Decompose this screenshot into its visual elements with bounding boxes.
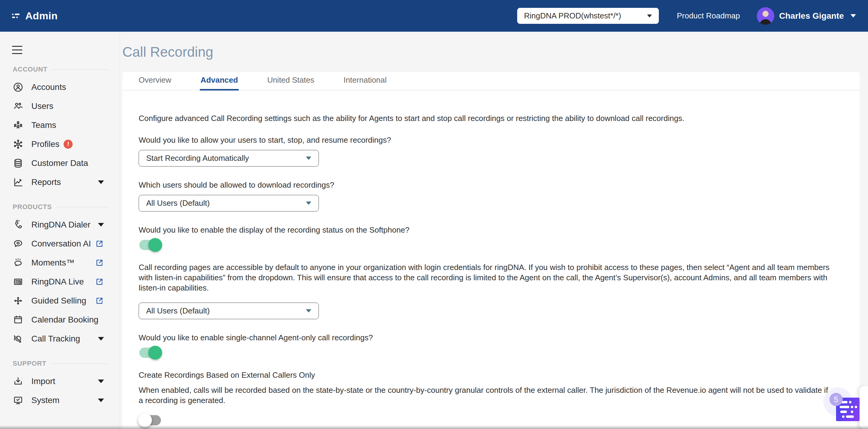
live-icon <box>13 276 24 287</box>
tab-international[interactable]: International <box>343 73 387 90</box>
page-title: Call Recording <box>122 44 213 60</box>
sidebar-item-label: Accounts <box>31 82 66 92</box>
sidebar-item-label: Profiles <box>31 139 59 149</box>
sidebar-section-products: PRODUCTSRingDNA DialerConversation AIMom… <box>0 203 120 348</box>
sidebar-item-profiles[interactable]: Profiles! <box>0 135 120 153</box>
sidebar-section-header: ACCOUNT <box>0 65 120 73</box>
app-title: Admin <box>25 10 58 22</box>
chat-panel-edge <box>860 386 868 429</box>
section-divider <box>56 207 109 207</box>
sidebar-section-header: SUPPORT <box>0 360 120 368</box>
sidebar-item-conversation-ai[interactable]: Conversation AI <box>0 234 120 253</box>
topbar: Admin RingDNA PROD(whstest*/*) Product R… <box>0 0 868 32</box>
external-link-icon <box>95 239 104 248</box>
sidebar: ACCOUNTAccountsUsersTeamsProfiles!Custom… <box>0 32 120 429</box>
setting-select[interactable]: All Users (Default) <box>138 195 319 211</box>
setting-select[interactable]: All Users (Default) <box>138 303 319 319</box>
external-link-icon <box>95 296 104 305</box>
setting-toggle-off[interactable] <box>139 415 161 425</box>
conversation-ai-icon <box>13 238 24 249</box>
system-icon <box>13 395 24 406</box>
sidebar-item-label: Call Tracking <box>31 334 80 344</box>
guided-selling-icon <box>13 295 24 306</box>
sidebar-item-users[interactable]: Users <box>0 96 120 116</box>
account-selector[interactable]: RingDNA PROD(whstest*/*) <box>517 8 659 24</box>
main-area: Call Recording OverviewAdvancedUnited St… <box>120 32 868 429</box>
sidebar-section-label: SUPPORT <box>13 360 46 368</box>
moments-icon <box>13 257 24 268</box>
select-value: All Users (Default) <box>146 306 210 316</box>
chat-unread-badge: 5 <box>830 393 843 406</box>
tab-united-states[interactable]: United States <box>267 73 315 90</box>
sidebar-item-moments[interactable]: Moments™ <box>0 253 120 272</box>
question-text: Which users should be allowed to downloa… <box>138 180 832 190</box>
external-link-icon <box>95 258 104 267</box>
sidebar-item-label: Reports <box>31 177 61 187</box>
setting-toggle-on[interactable] <box>139 240 161 250</box>
sidebar-section-label: PRODUCTS <box>13 203 52 211</box>
chevron-down-icon <box>98 399 104 402</box>
advanced-settings-content: Configure advanced Call Recording settin… <box>122 90 860 429</box>
sidebar-item-reports[interactable]: Reports <box>0 173 120 192</box>
avatar-photo <box>757 7 774 25</box>
sidebar-item-label: Moments™ <box>31 258 74 267</box>
sidebar-item-ringdna-dialer[interactable]: RingDNA Dialer <box>0 215 120 234</box>
sidebar-item-label: RingDNA Live <box>31 277 84 287</box>
call-tracking-icon <box>13 333 24 344</box>
chevron-down-icon <box>647 15 652 18</box>
question-text: Create Recordings Based on External Call… <box>138 370 832 380</box>
sidebar-item-label: Teams <box>31 120 56 130</box>
user-menu[interactable]: Charles Gigante <box>757 7 856 25</box>
chevron-down-icon <box>98 180 104 184</box>
chevron-down-icon <box>98 223 104 227</box>
question-text: Would you like to enable the display of … <box>138 225 832 235</box>
avatar[interactable] <box>757 7 774 25</box>
customer-data-icon <box>13 158 24 169</box>
section-divider <box>51 364 109 364</box>
sidebar-item-label: System <box>31 396 59 405</box>
product-roadmap-link[interactable]: Product Roadmap <box>677 11 740 21</box>
toggle-knob <box>148 346 162 360</box>
setting-toggle-on[interactable] <box>139 347 161 358</box>
settings-card: OverviewAdvancedUnited StatesInternation… <box>122 72 860 429</box>
sidebar-item-teams[interactable]: Teams <box>0 116 120 135</box>
sidebar-item-guided-selling[interactable]: Guided Selling <box>0 291 120 310</box>
revenue-logo-icon <box>12 13 21 18</box>
chat-widget[interactable]: 5 <box>836 398 860 421</box>
chevron-down-icon <box>306 202 311 205</box>
toggle-knob <box>148 238 162 252</box>
sidebar-item-label: RingDNA Dialer <box>31 220 90 230</box>
external-link-icon <box>95 277 104 286</box>
chevron-down-icon <box>98 379 104 383</box>
sidebar-item-import[interactable]: Import <box>0 372 120 391</box>
sidebar-item-customer-data[interactable]: Customer Data <box>0 153 120 173</box>
sidebar-section-support: SUPPORTImportSystem <box>0 360 120 410</box>
sidebar-item-call-tracking[interactable]: Call Tracking <box>0 329 120 348</box>
profiles-icon <box>13 139 24 150</box>
section-divider <box>52 69 109 70</box>
tab-advanced[interactable]: Advanced <box>200 73 239 90</box>
sidebar-section-label: ACCOUNT <box>13 65 48 73</box>
setting-select[interactable]: Start Recording Automatically <box>138 150 319 167</box>
tab-overview[interactable]: Overview <box>138 73 172 90</box>
chevron-down-icon <box>306 156 311 160</box>
chevron-down-icon <box>98 337 104 341</box>
select-value: Start Recording Automatically <box>146 153 249 163</box>
reports-icon <box>13 177 24 188</box>
hamburger-menu-icon[interactable] <box>12 46 22 54</box>
sidebar-item-ringdna-live[interactable]: RingDNA Live <box>0 272 120 291</box>
sidebar-item-system[interactable]: System <box>0 391 120 410</box>
tab-bar: OverviewAdvancedUnited StatesInternation… <box>122 72 860 90</box>
sidebar-section-header: PRODUCTS <box>0 203 120 211</box>
intro-text: Configure advanced Call Recording settin… <box>138 113 832 123</box>
sidebar-item-label: Conversation AI <box>31 239 91 249</box>
select-value: All Users (Default) <box>146 199 210 208</box>
sidebar-item-accounts[interactable]: Accounts <box>0 78 120 96</box>
calendar-icon <box>13 314 24 325</box>
import-icon <box>13 376 24 387</box>
dialer-icon <box>13 219 24 230</box>
sidebar-item-calendar-booking[interactable]: Calendar Booking <box>0 310 120 329</box>
sidebar-item-label: Calendar Booking <box>31 315 98 324</box>
chevron-down-icon <box>306 309 311 313</box>
alert-badge-icon: ! <box>64 140 73 149</box>
